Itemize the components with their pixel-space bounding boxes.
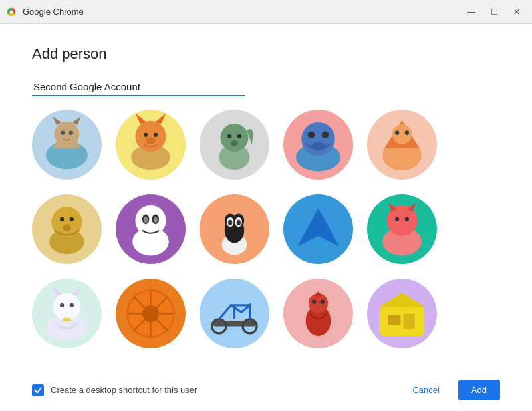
svg-point-36 (70, 217, 74, 221)
svg-point-75 (309, 293, 328, 313)
avatar-3[interactable] (200, 110, 269, 180)
avatar-8[interactable] (200, 194, 269, 264)
svg-point-60 (405, 217, 409, 221)
avatar-10[interactable] (367, 194, 437, 264)
svg-rect-81 (388, 315, 401, 325)
action-buttons: Cancel Add (399, 380, 500, 400)
avatar-9[interactable] (283, 194, 353, 264)
title-bar: Google Chrome — ☐ ✕ (0, 0, 532, 24)
svg-point-70 (142, 305, 159, 322)
avatar-11[interactable] (32, 279, 102, 348)
svg-point-10 (69, 131, 73, 135)
svg-marker-13 (135, 113, 146, 124)
svg-point-34 (51, 207, 82, 237)
svg-rect-67 (63, 318, 71, 321)
close-button[interactable]: ✕ (507, 4, 527, 20)
svg-marker-64 (71, 286, 82, 297)
desktop-shortcut-checkbox[interactable] (32, 384, 44, 396)
minimize-button[interactable]: — (462, 4, 481, 20)
svg-point-50 (228, 220, 232, 225)
svg-point-15 (144, 133, 148, 137)
add-button[interactable]: Add (458, 380, 500, 400)
svg-point-32 (405, 131, 409, 135)
title-bar-controls: — ☐ ✕ (462, 4, 527, 20)
svg-point-65 (60, 303, 64, 307)
svg-point-78 (321, 300, 325, 304)
svg-point-21 (237, 134, 241, 138)
svg-point-77 (312, 300, 316, 304)
avatar-7[interactable] (116, 194, 186, 264)
svg-point-39 (135, 206, 166, 236)
checkmark-icon (34, 386, 42, 394)
svg-rect-82 (404, 314, 415, 329)
avatar-14[interactable] (283, 279, 353, 348)
avatar-2[interactable] (116, 110, 186, 180)
chrome-logo-icon (5, 6, 17, 18)
svg-point-16 (154, 133, 158, 137)
svg-rect-79 (380, 307, 424, 336)
svg-point-19 (221, 124, 249, 152)
avatar-13[interactable] (200, 279, 269, 348)
svg-marker-63 (51, 286, 63, 297)
avatar-15[interactable] (367, 279, 437, 348)
avatar-5[interactable] (367, 110, 437, 180)
svg-point-59 (395, 217, 399, 221)
svg-point-3 (9, 10, 13, 13)
avatar-1[interactable] (32, 110, 102, 180)
dialog-content: Add person (0, 24, 532, 372)
svg-marker-52 (297, 208, 339, 247)
svg-point-25 (308, 132, 315, 139)
svg-point-31 (395, 131, 399, 135)
avatar-grid (32, 110, 500, 358)
svg-point-17 (146, 137, 156, 144)
avatar-4[interactable] (283, 110, 353, 180)
svg-point-22 (231, 140, 238, 146)
name-input[interactable] (32, 78, 245, 96)
svg-point-6 (55, 122, 80, 147)
svg-rect-71 (213, 321, 255, 326)
svg-point-35 (60, 217, 64, 221)
avatar-6[interactable] (32, 194, 102, 264)
svg-point-66 (70, 303, 74, 307)
svg-point-51 (237, 220, 241, 225)
svg-point-43 (154, 217, 158, 223)
avatar-12[interactable] (116, 279, 186, 348)
svg-point-62 (53, 293, 81, 321)
desktop-shortcut-label: Create a desktop shortcut for this user (51, 385, 197, 395)
cancel-button[interactable]: Cancel (399, 380, 452, 400)
svg-point-42 (144, 217, 148, 223)
maximize-button[interactable]: ☐ (484, 4, 504, 20)
svg-point-9 (61, 131, 65, 135)
svg-point-37 (63, 224, 71, 231)
svg-marker-80 (380, 293, 424, 307)
svg-marker-14 (155, 113, 166, 124)
title-bar-left: Google Chrome (5, 6, 84, 18)
svg-point-26 (322, 132, 329, 139)
dialog-title: Add person (32, 45, 500, 63)
title-bar-title: Google Chrome (23, 7, 84, 17)
avatar-scroll-area (32, 110, 500, 358)
svg-point-24 (301, 122, 334, 156)
svg-point-30 (392, 124, 412, 144)
svg-point-20 (227, 134, 231, 138)
bottom-bar: Create a desktop shortcut for this user … (0, 372, 532, 411)
checkbox-area: Create a desktop shortcut for this user (32, 384, 197, 396)
